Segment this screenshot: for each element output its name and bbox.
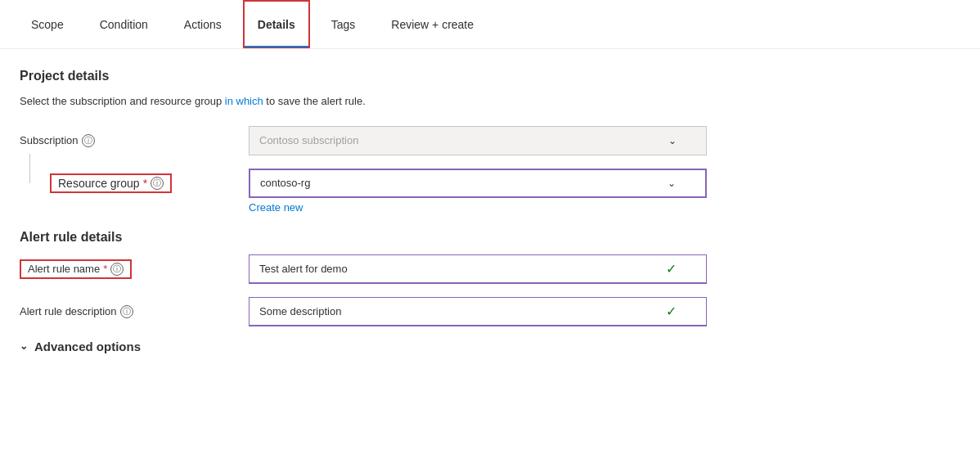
alert-rule-description-input[interactable]: Some description ✓	[249, 297, 707, 326]
subscription-dropdown[interactable]: Contoso subscription ⌄	[249, 126, 707, 155]
alert-rule-details-title: Alert rule details	[20, 230, 717, 245]
alert-rule-name-label-wrapper: Alert rule name * ⓘ	[20, 259, 249, 279]
resource-group-required-star: *	[143, 177, 147, 190]
alert-rule-name-check-icon: ✓	[666, 261, 677, 277]
tab-condition[interactable]: Condition	[85, 0, 163, 48]
alert-rule-description-row: Alert rule description ⓘ Some descriptio…	[20, 297, 717, 326]
tab-actions[interactable]: Actions	[169, 0, 236, 48]
tab-details[interactable]: Details	[243, 0, 310, 48]
alert-rule-name-row: Alert rule name * ⓘ Test alert for demo …	[20, 254, 717, 284]
alert-rule-description-label: Alert rule description ⓘ	[20, 305, 249, 318]
resource-group-control: contoso-rg ⌄ Create new	[249, 169, 707, 214]
alert-rule-name-control: Test alert for demo ✓	[249, 254, 707, 284]
alert-rule-description-control: Some description ✓	[249, 297, 707, 326]
advanced-options-toggle[interactable]: ⌄ Advanced options	[20, 340, 717, 353]
subscription-placeholder: Contoso subscription	[259, 134, 358, 146]
alert-rule-name-required-star: *	[103, 263, 107, 275]
alert-rule-description-check-icon: ✓	[666, 304, 677, 319]
project-details-section: Project details Select the subscription …	[20, 69, 717, 214]
subscription-row: Subscription ⓘ Contoso subscription ⌄	[20, 126, 717, 155]
main-content: Project details Select the subscription …	[0, 49, 736, 373]
advanced-options-chevron-icon: ⌄	[20, 340, 28, 352]
resource-group-row: Resource group * ⓘ contoso-rg ⌄ Create n…	[20, 169, 717, 214]
tab-tags[interactable]: Tags	[317, 0, 371, 48]
description-highlight: in which	[225, 95, 263, 107]
alert-rule-details-section: Alert rule details Alert rule name * ⓘ T…	[20, 230, 717, 326]
subscription-info-icon[interactable]: ⓘ	[82, 134, 95, 147]
project-details-description: Select the subscription and resource gro…	[20, 93, 717, 110]
alert-rule-description-info-icon[interactable]: ⓘ	[120, 305, 133, 318]
advanced-options-label: Advanced options	[34, 340, 141, 353]
project-details-title: Project details	[20, 69, 717, 83]
alert-rule-name-label-highlighted: Alert rule name * ⓘ	[20, 259, 132, 279]
resource-group-label-highlighted: Resource group * ⓘ	[50, 173, 172, 193]
subscription-control: Contoso subscription ⌄	[249, 126, 707, 155]
resource-group-info-icon[interactable]: ⓘ	[151, 177, 164, 190]
tab-review-create[interactable]: Review + create	[376, 0, 488, 48]
resource-group-chevron-icon: ⌄	[668, 178, 676, 189]
alert-rule-name-input[interactable]: Test alert for demo ✓	[249, 254, 707, 284]
tab-scope[interactable]: Scope	[16, 0, 79, 48]
subscription-label: Subscription ⓘ	[20, 134, 249, 147]
resource-group-dropdown[interactable]: contoso-rg ⌄	[249, 169, 707, 198]
create-new-link[interactable]: Create new	[249, 201, 303, 214]
alert-rule-name-info-icon[interactable]: ⓘ	[110, 263, 124, 276]
tab-navigation: Scope Condition Actions Details Tags Rev…	[0, 0, 980, 49]
subscription-chevron-icon: ⌄	[668, 135, 677, 146]
resource-group-label-wrapper: Resource group * ⓘ	[20, 169, 249, 198]
